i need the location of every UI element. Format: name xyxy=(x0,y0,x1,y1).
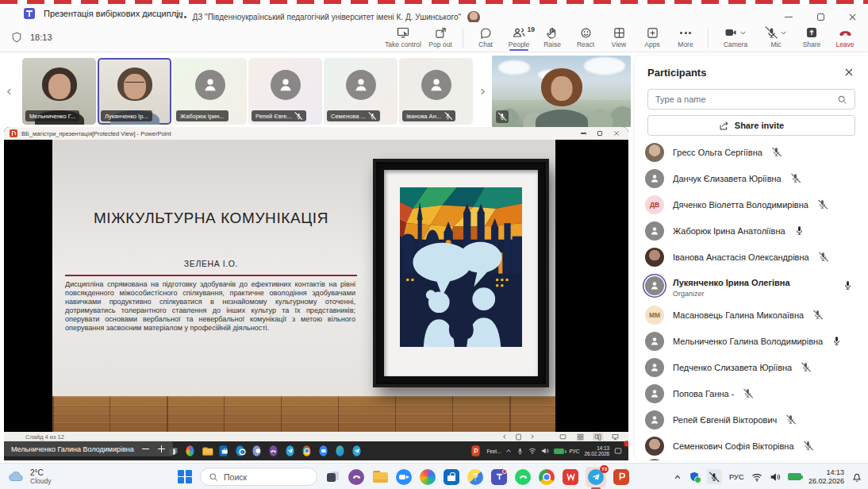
minimize-button[interactable] xyxy=(581,133,586,133)
chrome-icon[interactable] xyxy=(301,445,313,457)
spotlight-video-tile[interactable] xyxy=(492,56,631,127)
close-button[interactable] xyxy=(613,130,620,137)
taskbar-search[interactable] xyxy=(200,468,317,486)
outlook-icon[interactable] xyxy=(234,445,246,457)
more-menu-icon[interactable] xyxy=(176,16,186,18)
participant-row[interactable]: Жаборюк Ірина Анатоліївна xyxy=(635,218,868,244)
slide-menu-icon[interactable] xyxy=(515,433,522,441)
viber-icon[interactable] xyxy=(348,468,365,486)
presenter-notifications-icon[interactable] xyxy=(614,447,622,455)
presenter-wifi-icon[interactable] xyxy=(528,447,536,455)
slide-sorter-view-icon[interactable] xyxy=(575,433,586,441)
presenter-weather-label[interactable]: Feel... xyxy=(486,449,501,454)
tray-mic-muted-icon[interactable] xyxy=(707,469,722,484)
reading-view-icon[interactable] xyxy=(593,433,603,441)
viber-icon[interactable]: 1 xyxy=(267,445,279,457)
share-button[interactable]: Share xyxy=(795,23,828,51)
camera-button[interactable]: Camera xyxy=(714,23,757,51)
pop-out-button[interactable]: Pop out xyxy=(424,23,457,51)
zoom-in-button[interactable] xyxy=(157,445,166,453)
next-slide-icon[interactable] xyxy=(529,433,536,440)
mic-muted-icon[interactable] xyxy=(812,310,824,321)
meeting-info-shield-icon[interactable] xyxy=(11,32,22,43)
avatar-tile[interactable]: Репей Євге... xyxy=(248,58,322,125)
participant-row[interactable]: ДВ Дяченко Віолетта Володимирівна xyxy=(635,191,868,218)
leave-button[interactable]: Leave xyxy=(828,23,862,51)
whatsapp-icon[interactable] xyxy=(514,468,532,486)
filmstrip-prev-icon[interactable] xyxy=(3,84,14,98)
participant-row[interactable]: Попова Ганна - xyxy=(635,380,868,406)
participant-row[interactable]: Іванова Анастасія Олександрівна xyxy=(635,244,868,270)
zoom-icon[interactable] xyxy=(395,468,413,486)
file-explorer-icon[interactable] xyxy=(371,468,389,486)
store-icon[interactable] xyxy=(443,468,460,486)
mic-muted-icon[interactable] xyxy=(801,362,812,373)
telegram-icon[interactable] xyxy=(284,445,296,457)
security-shield-icon[interactable] xyxy=(689,471,700,483)
chat-button[interactable]: Chat xyxy=(469,23,502,51)
participant-row[interactable]: Педченко Слизавета Юріївна xyxy=(635,354,868,380)
teams-icon[interactable] xyxy=(490,468,508,486)
mic-muted-icon[interactable] xyxy=(771,147,782,158)
apps-button[interactable]: Apps xyxy=(636,23,669,51)
video-tile[interactable]: Мельниченко Г... xyxy=(22,58,96,125)
people-button[interactable]: 19 People xyxy=(502,23,536,51)
search-input[interactable] xyxy=(655,94,837,104)
participant-row-organizer[interactable]: Лукянченко Ірина Олегівна Organizer xyxy=(635,270,868,302)
mic-muted-icon[interactable] xyxy=(803,441,814,452)
participant-row[interactable]: Данчук Єлизавета Юріївна xyxy=(635,165,868,191)
mic-muted-icon[interactable] xyxy=(743,388,754,399)
more-button[interactable]: More xyxy=(669,23,702,51)
tray-expand-icon[interactable] xyxy=(505,448,512,454)
start-button[interactable] xyxy=(176,468,194,486)
copilot-icon[interactable] xyxy=(419,468,436,486)
task-view-icon[interactable] xyxy=(324,468,341,486)
close-panel-icon[interactable] xyxy=(843,66,855,79)
raise-hand-button[interactable]: Raise xyxy=(536,23,569,51)
wps-icon[interactable] xyxy=(562,468,579,486)
participant-row[interactable]: Репей Євгеній Вікторович xyxy=(635,406,868,433)
video-tile[interactable]: Лукянченко Ір... xyxy=(98,58,171,125)
filmstrip-next-icon[interactable] xyxy=(477,84,488,98)
mic-muted-icon[interactable] xyxy=(818,252,829,263)
mic-on-icon[interactable] xyxy=(794,225,805,237)
participant-row[interactable]: Гресс Ольга Сергіївна xyxy=(635,139,868,165)
taskbar-search-input[interactable] xyxy=(224,472,303,482)
zoom-icon[interactable] xyxy=(317,445,329,457)
telegram-icon-active[interactable]: 73 xyxy=(586,467,606,487)
tray-expand-icon[interactable] xyxy=(674,473,682,481)
weather-widget[interactable]: 2°C Cloudy xyxy=(9,468,51,485)
mic-on-icon[interactable] xyxy=(832,336,843,347)
telegram-badge-icon[interactable] xyxy=(351,445,363,457)
store-icon[interactable] xyxy=(217,445,229,457)
presenter-mic-icon[interactable] xyxy=(517,448,524,455)
view-button[interactable]: View xyxy=(602,23,636,51)
participant-row[interactable]: MM Масановець Галина Миколаївна xyxy=(635,302,868,328)
avatar-tile[interactable]: Семенова ... xyxy=(324,58,398,125)
wifi-icon[interactable] xyxy=(751,472,762,483)
photos-icon[interactable] xyxy=(251,445,263,457)
speaker-icon[interactable] xyxy=(770,472,781,483)
previous-slide-icon[interactable] xyxy=(501,433,508,440)
mic-muted-icon[interactable] xyxy=(790,173,801,184)
powerpoint-icon[interactable] xyxy=(613,468,630,486)
presenter-clock[interactable]: 14:1326.02.2026 xyxy=(584,445,609,457)
notes-view-icon[interactable] xyxy=(558,433,568,441)
help-icon[interactable] xyxy=(467,468,484,486)
presenter-language-label[interactable]: РУС xyxy=(569,449,579,454)
file-explorer-icon[interactable] xyxy=(201,445,213,457)
edge-icon[interactable] xyxy=(334,445,346,457)
mic-on-icon[interactable] xyxy=(843,280,854,291)
mic-muted-icon[interactable] xyxy=(785,414,797,425)
presenter-battery-icon[interactable] xyxy=(554,449,564,454)
share-invite-button[interactable]: Share invite xyxy=(647,115,855,136)
presenter-speaker-icon[interactable] xyxy=(541,447,549,455)
camera-chevron-icon[interactable] xyxy=(739,29,747,37)
restore-button[interactable] xyxy=(597,131,602,136)
avatar-tile[interactable]: Жаборюк Ірин... xyxy=(173,58,247,125)
take-control-button[interactable]: Take control xyxy=(382,23,424,51)
participant-search[interactable] xyxy=(647,89,855,110)
powerpoint-taskbar-icon[interactable] xyxy=(470,445,482,457)
zoom-out-button[interactable] xyxy=(141,445,150,453)
clock[interactable]: 14:13 26.02.2026 xyxy=(808,468,844,485)
